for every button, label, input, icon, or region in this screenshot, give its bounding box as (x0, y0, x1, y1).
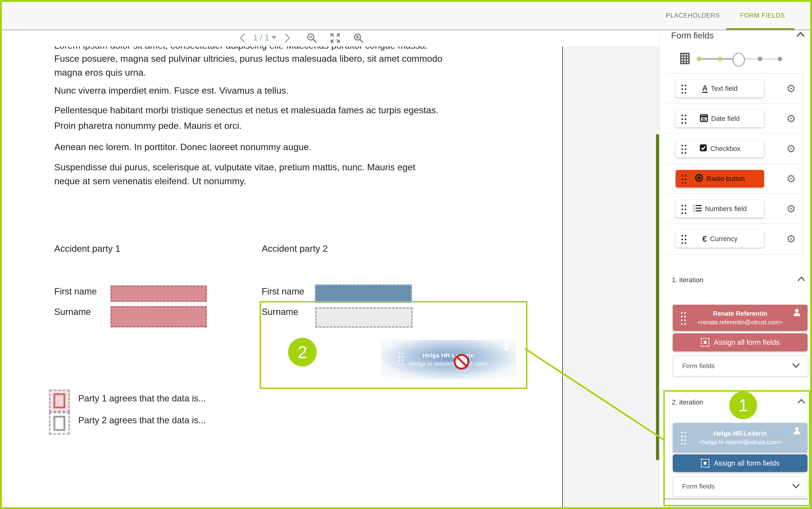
text-field-icon: A (702, 84, 708, 93)
field-type-checkbox[interactable]: Checkbox (676, 140, 764, 158)
tab-form-fields[interactable]: FORM FIELDS (737, 2, 788, 29)
iteration1-person-card[interactable]: Renate Referentin <renate.referentin@xit… (673, 305, 808, 331)
party1-first-name-field[interactable] (111, 285, 207, 302)
field-type-label: Checkbox (711, 145, 741, 152)
not-allowed-cursor-icon (454, 354, 469, 370)
field-type-row: Radio button ⚙ (666, 164, 803, 194)
page-dropdown-caret-icon (271, 36, 277, 39)
chevron-down-icon (792, 483, 800, 490)
settings-gear-icon[interactable]: ⚙ (786, 143, 796, 154)
slider-stop-5[interactable] (778, 57, 782, 61)
slider-stop-2[interactable] (718, 57, 722, 61)
form-fields-panel-title: Form fields (671, 31, 714, 40)
expander-label: Form fields (682, 483, 715, 490)
doc-line: Proin pharetra nonummy pede. Mauris et o… (54, 120, 242, 132)
slider-thumb[interactable] (732, 53, 745, 67)
field-type-date-field[interactable]: Date field (676, 110, 764, 127)
party1-first-name-label: First name (54, 286, 97, 297)
currency-icon: € (702, 235, 707, 243)
app-window: Lorem ipsum dolor sit amet, consectetuer… (0, 0, 812, 509)
active-tab-underline (726, 28, 794, 30)
field-type-radio-button[interactable]: Radio button (676, 170, 764, 188)
drag-handle-icon[interactable] (681, 312, 683, 314)
field-type-row: A Text field ⚙ (666, 74, 803, 104)
drag-handle-icon[interactable] (681, 115, 683, 116)
iteration1-assign-all-button[interactable]: Assign all form fields (673, 333, 808, 351)
party2-agree-checkbox-inner (54, 416, 65, 431)
drag-handle-icon[interactable] (681, 145, 683, 146)
drag-handle-icon[interactable] (681, 84, 683, 86)
collapse-iteration1-icon[interactable] (798, 276, 806, 285)
iteration2-assign-all-button[interactable]: Assign all form fields (673, 454, 808, 472)
assign-all-icon (701, 338, 710, 347)
field-type-label: Currency (710, 235, 738, 243)
field-type-row: € Currency ⚙ (666, 224, 803, 253)
drag-handle-icon[interactable] (681, 205, 683, 207)
iteration1-form-fields-expander[interactable]: Form fields (673, 355, 808, 376)
annotation-step1-badge: 1 (729, 392, 757, 419)
tab-placeholders[interactable]: PLACEHOLDERS (663, 2, 722, 29)
iteration1-label: 1. iteration (672, 276, 703, 284)
settings-gear-icon[interactable]: ⚙ (786, 113, 796, 124)
settings-gear-icon[interactable]: ⚙ (786, 83, 796, 94)
field-type-row: 123 Numbers field ⚙ (666, 194, 803, 224)
dragged-person-chip[interactable]: Helga HR-Leiterin <helga.hr-leiterin@xit… (381, 340, 516, 379)
drag-handle-icon[interactable] (681, 432, 683, 434)
field-type-currency[interactable]: € Currency (676, 230, 764, 248)
grid-icon (680, 53, 690, 65)
person-name: Helga HR-Leiterin (714, 430, 767, 437)
field-type-numbers-field[interactable]: 123 Numbers field (676, 200, 764, 217)
page-indicator[interactable]: 1 / 1 (253, 33, 277, 43)
party1-agree-label: Party 1 agrees that the data is... (78, 393, 206, 404)
doc-line: Nunc viverra imperdiet enim. Fusce est. … (54, 85, 289, 96)
fullscreen-icon[interactable] (330, 33, 341, 43)
document-gutter (562, 46, 660, 507)
party2-heading: Accident party 2 (262, 243, 328, 254)
slider-stop-1[interactable] (697, 57, 701, 61)
party2-agree-checkbox[interactable] (49, 412, 70, 435)
field-type-label: Date field (711, 115, 740, 123)
party1-surname-field[interactable] (111, 306, 207, 328)
party2-surname-field[interactable] (315, 307, 412, 328)
expander-label: Form fields (682, 362, 715, 370)
person-icon (502, 343, 511, 352)
slider-stop-4[interactable] (758, 57, 762, 61)
numbers-field-icon: 123 (693, 204, 701, 213)
settings-gear-icon[interactable]: ⚙ (786, 173, 796, 184)
iteration2-form-fields-expander[interactable]: Form fields (673, 476, 808, 497)
field-type-text-field[interactable]: A Text field (676, 80, 764, 97)
party2-surname-label: Surname (262, 307, 298, 317)
next-page-icon[interactable] (284, 33, 290, 43)
party1-agree-checkbox[interactable] (49, 389, 70, 412)
previous-page-icon[interactable] (239, 33, 246, 43)
party1-surname-label: Surname (54, 307, 91, 317)
sidebar-highlight-band (656, 134, 659, 460)
svg-text:3: 3 (693, 209, 694, 212)
radio-button-icon (695, 174, 703, 184)
person-icon (792, 426, 801, 436)
collapse-iteration2-icon[interactable] (798, 399, 806, 407)
collapse-form-fields-icon[interactable] (797, 32, 805, 40)
zoom-out-icon[interactable] (307, 33, 317, 43)
drag-handle-icon (399, 352, 400, 354)
party2-agree-label: Party 2 agrees that the data is... (78, 415, 206, 426)
person-icon (792, 308, 801, 318)
doc-line: magna eros quis urna. (54, 67, 146, 78)
checkbox-icon (699, 144, 707, 154)
assign-all-icon (701, 459, 710, 468)
party2-first-name-field[interactable] (315, 284, 412, 303)
iteration2-person-card[interactable]: Helga HR-Leiterin <helga.hr-leiterin@xit… (673, 423, 808, 452)
drag-handle-icon[interactable] (681, 235, 683, 237)
top-bar: PLACEHOLDERS FORM FIELDS (2, 2, 810, 30)
party2-first-name-label: First name (262, 286, 304, 297)
field-type-row: Checkbox ⚙ (666, 134, 803, 164)
page-indicator-underline (252, 45, 283, 45)
field-type-label: Text field (711, 84, 738, 93)
drag-handle-icon[interactable] (681, 175, 683, 176)
doc-line: Pellentesque habitant morbi tristique se… (54, 104, 438, 116)
iteration2-label: 2. iteration (672, 398, 703, 406)
zoom-in-icon[interactable] (353, 33, 364, 43)
settings-gear-icon[interactable]: ⚙ (786, 234, 796, 244)
settings-gear-icon[interactable]: ⚙ (786, 203, 796, 214)
date-field-icon (700, 114, 708, 124)
